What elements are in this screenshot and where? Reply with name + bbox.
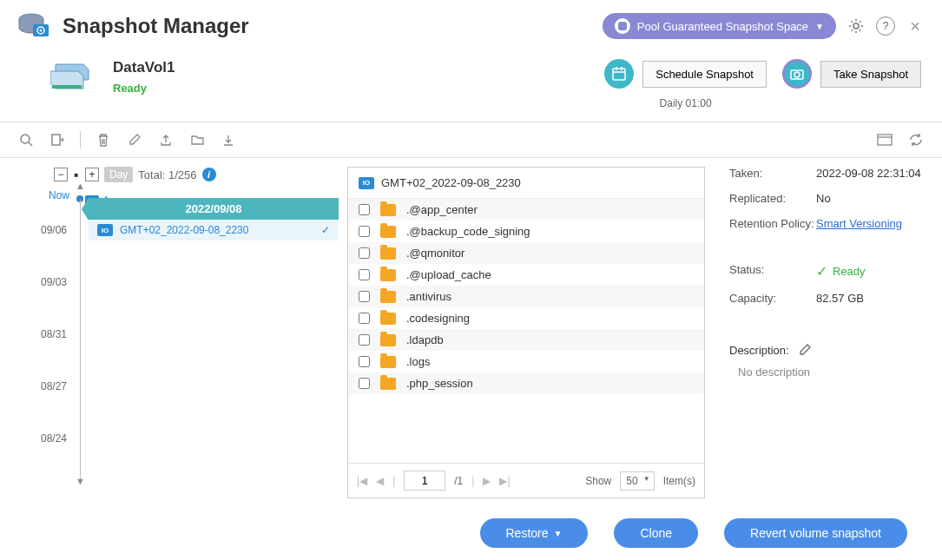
folder-icon — [380, 291, 396, 303]
svg-point-6 — [853, 23, 859, 29]
file-checkbox[interactable] — [359, 356, 370, 367]
pager-last-icon[interactable]: ▶| — [499, 475, 510, 487]
svg-point-14 — [21, 135, 30, 143]
list-export-icon[interactable] — [43, 129, 71, 150]
file-checkbox[interactable] — [359, 226, 370, 237]
folder-icon — [380, 226, 396, 238]
zoom-in-button[interactable]: + — [85, 168, 99, 181]
folder-icon — [380, 334, 396, 346]
description-label: Description: — [729, 344, 789, 357]
file-row[interactable]: .antivirus — [348, 286, 704, 307]
taken-label: Taken: — [729, 167, 816, 180]
folder-icon — [380, 378, 396, 390]
revert-button[interactable]: Revert volume snapshot — [724, 518, 907, 548]
taken-value: 2022-09-08 22:31:04 — [816, 167, 921, 180]
refresh-icon[interactable] — [902, 129, 930, 150]
file-checkbox[interactable] — [359, 313, 370, 324]
replicated-label: Replicated: — [729, 192, 816, 205]
pager-prev-icon[interactable]: ◀ — [376, 475, 384, 487]
settings-icon[interactable] — [846, 16, 866, 36]
file-name: .@upload_cache — [406, 268, 491, 281]
info-icon[interactable]: i — [202, 168, 216, 181]
restore-button[interactable]: Restore▼ — [480, 518, 589, 548]
volume-status: Ready — [113, 82, 175, 95]
timeline-tick: 09/03 — [41, 276, 67, 288]
pager-first-icon[interactable]: |◀ — [357, 475, 367, 487]
file-name: .codesigning — [406, 312, 470, 325]
timeline-tick: 08/31 — [41, 328, 67, 340]
help-icon[interactable]: ? — [876, 16, 895, 36]
zoom-level-indicator: ■ — [73, 168, 80, 181]
file-checkbox[interactable] — [359, 204, 370, 215]
snapshot-total: Total: 1/256 — [138, 168, 196, 181]
file-name: .ldapdb — [406, 333, 444, 346]
retention-link[interactable]: Smart Versioning — [816, 217, 902, 230]
file-row[interactable]: .ldapdb — [348, 329, 704, 351]
capacity-label: Capacity: — [729, 292, 816, 305]
schedule-info: Daily 01:00 — [660, 97, 712, 109]
pager-items-label: Item(s) — [663, 475, 695, 487]
replicated-value: No — [816, 192, 831, 205]
search-icon[interactable] — [12, 129, 40, 150]
clone-button[interactable]: Clone — [614, 518, 698, 548]
file-checkbox[interactable] — [359, 247, 370, 259]
file-row[interactable]: .@upload_cache — [348, 264, 704, 286]
chevron-down-icon: ▼ — [815, 22, 824, 31]
file-name: .logs — [406, 355, 430, 368]
delete-icon[interactable] — [89, 129, 117, 150]
file-checkbox[interactable] — [359, 334, 370, 346]
status-label: Status: — [729, 263, 816, 280]
volume-name: DataVol1 — [113, 59, 175, 76]
description-value: No description — [738, 366, 930, 379]
pager-next-icon[interactable]: ▶ — [483, 475, 491, 487]
file-checkbox[interactable] — [359, 291, 370, 302]
zoom-out-button[interactable]: − — [54, 168, 68, 181]
pager-page-input[interactable] — [404, 471, 445, 491]
folder-icon — [380, 204, 396, 216]
snapshot-type-icon: IO — [97, 224, 113, 236]
timeline-down-arrow[interactable]: ▼ — [76, 476, 85, 495]
download-icon[interactable] — [214, 129, 242, 150]
upload-icon[interactable] — [152, 129, 180, 150]
file-row[interactable]: .logs — [348, 351, 704, 372]
edit-description-icon[interactable] — [798, 343, 812, 357]
svg-point-13 — [794, 72, 800, 77]
close-icon[interactable]: × — [906, 16, 925, 36]
svg-point-4 — [40, 30, 43, 32]
file-row[interactable]: .php_session — [348, 372, 704, 394]
folder-icon — [380, 269, 396, 281]
file-row[interactable]: .@qmonitor — [348, 242, 704, 264]
app-icon — [17, 12, 52, 40]
chevron-down-icon: ▼ — [554, 529, 563, 538]
camera-icon — [782, 59, 812, 89]
file-row[interactable]: .@backup_code_signing — [348, 221, 704, 242]
file-row[interactable]: .codesigning — [348, 307, 704, 329]
snapshot-type-icon: IO — [359, 177, 374, 189]
timeline-date-header[interactable]: 2022/09/08 — [89, 198, 339, 220]
file-row[interactable]: .@app_center — [348, 199, 704, 221]
edit-icon[interactable] — [121, 129, 148, 150]
file-name: .@app_center — [406, 203, 478, 216]
timeline-now-label: Now — [49, 189, 69, 201]
app-title: Snapshot Manager — [63, 14, 603, 38]
schedule-snapshot-button[interactable]: Schedule Snapshot — [642, 61, 767, 88]
file-checkbox[interactable] — [359, 378, 370, 389]
window-icon[interactable] — [871, 129, 899, 150]
check-icon: ✓ — [321, 224, 330, 236]
pager-perpage-select[interactable]: 50 — [620, 471, 654, 491]
file-checkbox[interactable] — [359, 269, 370, 280]
timeline-up-arrow[interactable]: ▲ — [76, 181, 85, 191]
svg-rect-16 — [52, 135, 60, 145]
calendar-icon — [604, 59, 634, 89]
filepanel-title: GMT+02_2022-09-08_2230 — [381, 176, 521, 189]
capacity-value: 82.57 GB — [816, 292, 864, 305]
take-snapshot-button[interactable]: Take Snapshot — [820, 61, 921, 88]
file-name: .@backup_code_signing — [406, 225, 530, 238]
pool-snapshot-space-button[interactable]: Pool Guaranteed Snapshot Space ▼ — [603, 13, 836, 39]
check-icon: ✓ — [816, 263, 827, 280]
day-toggle[interactable]: Day — [104, 167, 133, 182]
timeline-snapshot-item[interactable]: IO GMT+02_2022-09-08_2230 ✓ — [89, 220, 339, 240]
volume-icon — [50, 59, 94, 94]
pager-total: /1 — [454, 475, 463, 487]
folder-icon[interactable] — [183, 129, 211, 150]
